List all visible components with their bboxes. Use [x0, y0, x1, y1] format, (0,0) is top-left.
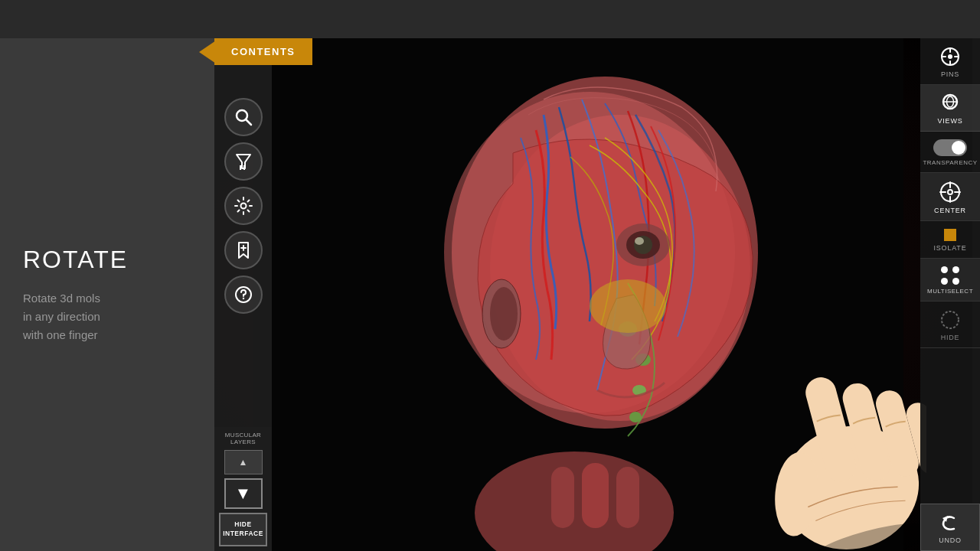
bookmark-add-button[interactable]: [224, 231, 263, 269]
settings-button[interactable]: [224, 187, 263, 225]
transparency-label: TRANSPARENCY: [923, 159, 977, 166]
rotate-description: Rotate 3d molsin any directionwith one f…: [23, 289, 191, 344]
svg-rect-17: [582, 463, 609, 528]
pins-button[interactable]: PINS: [920, 38, 980, 85]
svg-line-27: [246, 119, 251, 125]
undo-button[interactable]: UNDO: [920, 504, 980, 551]
multiselect-icon: [941, 266, 959, 285]
transparency-button[interactable]: TRANSPARENCY: [920, 132, 980, 173]
views-icon: [939, 93, 962, 114]
anatomy-3d-view[interactable]: [214, 38, 972, 551]
center-icon: [939, 181, 962, 204]
svg-point-8: [629, 412, 642, 422]
svg-point-15: [590, 279, 666, 333]
svg-point-38: [948, 54, 952, 59]
svg-point-52: [942, 311, 959, 328]
pins-icon: [939, 46, 961, 67]
svg-marker-36: [199, 41, 216, 64]
hide-icon: [939, 309, 961, 331]
contents-button-wrapper[interactable]: CONTENTS: [214, 38, 312, 65]
hide-label: HIDE: [941, 334, 960, 341]
hide-interface-button[interactable]: HIDEINTERFACE: [219, 513, 267, 546]
layer-down-button[interactable]: ▼: [224, 478, 263, 509]
views-button[interactable]: VIEWS: [920, 85, 980, 132]
muscular-layers-label: MUSCULAR LAYERS: [214, 432, 272, 446]
right-panel: PINS VIEWS TRANSPARENCY CENTER: [920, 38, 980, 551]
svg-point-14: [635, 237, 644, 245]
left-instruction-panel: ROTATE Rotate 3d molsin any directionwit…: [0, 38, 214, 551]
svg-point-31: [240, 204, 246, 209]
svg-point-47: [948, 190, 952, 194]
anatomy-svg: [253, 38, 903, 551]
contents-button[interactable]: CONTENTS: [214, 38, 312, 65]
bottom-controls: MUSCULAR LAYERS ▲ ▼ HIDEINTERFACE: [214, 427, 272, 551]
svg-rect-18: [616, 467, 639, 528]
svg-rect-16: [551, 467, 574, 528]
isolate-button[interactable]: ISOLATE: [920, 221, 980, 259]
undo-label: UNDO: [939, 536, 962, 544]
layer-up-button[interactable]: ▲: [224, 450, 263, 474]
top-bar: [0, 0, 980, 38]
anatomy-viewport[interactable]: [214, 38, 972, 551]
help-button[interactable]: [224, 276, 263, 314]
search-button[interactable]: [224, 98, 263, 136]
multiselect-button[interactable]: MULTISELECT: [920, 259, 980, 302]
svg-point-10: [490, 287, 518, 341]
center-button[interactable]: CENTER: [920, 173, 980, 221]
rotate-title: ROTATE: [23, 246, 191, 274]
multiselect-label: MULTISELECT: [927, 288, 973, 295]
pins-label: PINS: [941, 70, 959, 78]
svg-point-35: [242, 298, 243, 299]
center-label: CENTER: [934, 207, 966, 214]
transparency-toggle[interactable]: [933, 139, 967, 156]
undo-icon: [939, 512, 962, 533]
views-label: VIEWS: [937, 117, 962, 125]
isolate-label: ISOLATE: [934, 244, 967, 252]
filter-button[interactable]: [224, 142, 263, 181]
contents-arrow-icon: [199, 41, 216, 64]
hide-button[interactable]: HIDE: [920, 302, 980, 348]
